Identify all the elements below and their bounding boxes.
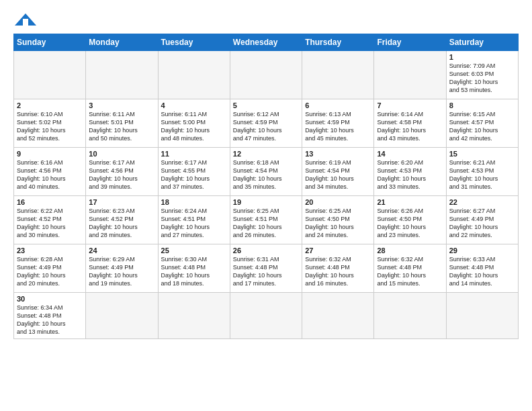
day-cell-23: 23Sunrise: 6:28 AM Sunset: 4:49 PM Dayli… — [14, 244, 86, 293]
day-number: 25 — [161, 246, 227, 255]
empty-cell — [230, 293, 302, 339]
day-number: 6 — [305, 101, 371, 109]
day-info: Sunrise: 7:09 AM Sunset: 6:03 PM Dayligh… — [449, 62, 515, 95]
day-cell-7: 7Sunrise: 6:14 AM Sunset: 4:58 PM Daylig… — [374, 99, 446, 148]
day-cell-28: 28Sunrise: 6:32 AM Sunset: 4:48 PM Dayli… — [374, 244, 446, 293]
day-info: Sunrise: 6:32 AM Sunset: 4:48 PM Dayligh… — [377, 255, 443, 288]
svg-rect-1 — [23, 19, 28, 26]
day-number: 23 — [17, 246, 83, 255]
empty-cell — [374, 293, 446, 339]
day-info: Sunrise: 6:17 AM Sunset: 4:56 PM Dayligh… — [89, 158, 154, 191]
day-cell-18: 18Sunrise: 6:24 AM Sunset: 4:51 PM Dayli… — [158, 196, 230, 244]
day-number: 11 — [161, 150, 227, 158]
day-number: 17 — [89, 198, 154, 206]
day-cell-6: 6Sunrise: 6:13 AM Sunset: 4:59 PM Daylig… — [302, 99, 374, 148]
day-number: 14 — [377, 150, 443, 158]
day-cell-13: 13Sunrise: 6:19 AM Sunset: 4:54 PM Dayli… — [302, 148, 374, 196]
day-number: 20 — [305, 198, 371, 206]
day-cell-9: 9Sunrise: 6:16 AM Sunset: 4:56 PM Daylig… — [14, 148, 86, 196]
day-number: 22 — [449, 198, 515, 206]
day-number: 7 — [377, 101, 443, 109]
day-info: Sunrise: 6:16 AM Sunset: 4:56 PM Dayligh… — [17, 158, 83, 191]
day-info: Sunrise: 6:26 AM Sunset: 4:50 PM Dayligh… — [377, 207, 443, 240]
day-cell-11: 11Sunrise: 6:17 AM Sunset: 4:55 PM Dayli… — [158, 148, 230, 196]
weekday-header-sunday: Sunday — [14, 34, 86, 51]
empty-cell — [302, 293, 374, 339]
day-cell-8: 8Sunrise: 6:15 AM Sunset: 4:57 PM Daylig… — [446, 99, 518, 148]
day-info: Sunrise: 6:11 AM Sunset: 5:01 PM Dayligh… — [89, 110, 154, 143]
empty-cell — [446, 293, 518, 339]
day-info: Sunrise: 6:32 AM Sunset: 4:48 PM Dayligh… — [305, 255, 371, 288]
empty-cell — [14, 51, 86, 99]
day-cell-21: 21Sunrise: 6:26 AM Sunset: 4:50 PM Dayli… — [374, 196, 446, 244]
weekday-header-thursday: Thursday — [302, 34, 374, 51]
day-info: Sunrise: 6:31 AM Sunset: 4:48 PM Dayligh… — [233, 255, 299, 288]
day-number: 3 — [89, 101, 154, 109]
day-info: Sunrise: 6:13 AM Sunset: 4:59 PM Dayligh… — [305, 110, 371, 143]
day-cell-14: 14Sunrise: 6:20 AM Sunset: 4:53 PM Dayli… — [374, 148, 446, 196]
day-info: Sunrise: 6:19 AM Sunset: 4:54 PM Dayligh… — [305, 158, 371, 191]
empty-cell — [230, 51, 302, 99]
day-number: 4 — [161, 101, 227, 109]
day-number: 15 — [449, 150, 515, 158]
day-cell-27: 27Sunrise: 6:32 AM Sunset: 4:48 PM Dayli… — [302, 244, 374, 293]
day-number: 18 — [161, 198, 227, 206]
day-cell-25: 25Sunrise: 6:30 AM Sunset: 4:48 PM Dayli… — [158, 244, 230, 293]
week-row-5: 23Sunrise: 6:28 AM Sunset: 4:49 PM Dayli… — [14, 244, 519, 293]
day-number: 29 — [449, 246, 515, 255]
weekday-header-saturday: Saturday — [446, 34, 518, 51]
day-info: Sunrise: 6:21 AM Sunset: 4:53 PM Dayligh… — [449, 158, 515, 191]
empty-cell — [302, 51, 374, 99]
day-cell-4: 4Sunrise: 6:11 AM Sunset: 5:00 PM Daylig… — [158, 99, 230, 148]
day-info: Sunrise: 6:33 AM Sunset: 4:48 PM Dayligh… — [449, 255, 515, 288]
day-cell-29: 29Sunrise: 6:33 AM Sunset: 4:48 PM Dayli… — [446, 244, 518, 293]
week-row-3: 9Sunrise: 6:16 AM Sunset: 4:56 PM Daylig… — [14, 148, 519, 196]
day-number: 28 — [377, 246, 443, 255]
day-info: Sunrise: 6:11 AM Sunset: 5:00 PM Dayligh… — [161, 110, 227, 143]
day-cell-20: 20Sunrise: 6:25 AM Sunset: 4:50 PM Dayli… — [302, 196, 374, 244]
day-info: Sunrise: 6:29 AM Sunset: 4:49 PM Dayligh… — [89, 255, 154, 288]
day-cell-5: 5Sunrise: 6:12 AM Sunset: 4:59 PM Daylig… — [230, 99, 302, 148]
day-cell-17: 17Sunrise: 6:23 AM Sunset: 4:52 PM Dayli… — [86, 196, 158, 244]
weekday-header-tuesday: Tuesday — [158, 34, 230, 51]
day-info: Sunrise: 6:20 AM Sunset: 4:53 PM Dayligh… — [377, 158, 443, 191]
day-number: 16 — [17, 198, 83, 206]
day-info: Sunrise: 6:28 AM Sunset: 4:49 PM Dayligh… — [17, 255, 83, 288]
day-cell-10: 10Sunrise: 6:17 AM Sunset: 4:56 PM Dayli… — [86, 148, 158, 196]
weekday-header-wednesday: Wednesday — [230, 34, 302, 51]
day-number: 27 — [305, 246, 371, 255]
day-info: Sunrise: 6:22 AM Sunset: 4:52 PM Dayligh… — [17, 207, 83, 240]
day-cell-30: 30Sunrise: 6:34 AM Sunset: 4:48 PM Dayli… — [14, 293, 86, 339]
day-info: Sunrise: 6:14 AM Sunset: 4:58 PM Dayligh… — [377, 110, 443, 143]
day-cell-1: 1Sunrise: 7:09 AM Sunset: 6:03 PM Daylig… — [446, 51, 518, 99]
day-cell-24: 24Sunrise: 6:29 AM Sunset: 4:49 PM Dayli… — [86, 244, 158, 293]
week-row-6: 30Sunrise: 6:34 AM Sunset: 4:48 PM Dayli… — [14, 293, 519, 339]
day-number: 19 — [233, 198, 299, 206]
logo — [13, 11, 38, 27]
day-info: Sunrise: 6:25 AM Sunset: 4:51 PM Dayligh… — [233, 207, 299, 240]
day-cell-15: 15Sunrise: 6:21 AM Sunset: 4:53 PM Dayli… — [446, 148, 518, 196]
day-cell-26: 26Sunrise: 6:31 AM Sunset: 4:48 PM Dayli… — [230, 244, 302, 293]
day-info: Sunrise: 6:15 AM Sunset: 4:57 PM Dayligh… — [449, 110, 515, 143]
header — [13, 11, 519, 27]
week-row-1: 1Sunrise: 7:09 AM Sunset: 6:03 PM Daylig… — [14, 51, 519, 99]
page: SundayMondayTuesdayWednesdayThursdayFrid… — [0, 0, 532, 346]
week-row-4: 16Sunrise: 6:22 AM Sunset: 4:52 PM Dayli… — [14, 196, 519, 244]
day-number: 13 — [305, 150, 371, 158]
day-info: Sunrise: 6:34 AM Sunset: 4:48 PM Dayligh… — [17, 304, 83, 336]
logo-icon — [13, 12, 38, 27]
day-cell-22: 22Sunrise: 6:27 AM Sunset: 4:49 PM Dayli… — [446, 196, 518, 244]
day-cell-19: 19Sunrise: 6:25 AM Sunset: 4:51 PM Dayli… — [230, 196, 302, 244]
day-info: Sunrise: 6:17 AM Sunset: 4:55 PM Dayligh… — [161, 158, 227, 191]
day-number: 30 — [17, 295, 83, 303]
empty-cell — [374, 51, 446, 99]
calendar-table: SundayMondayTuesdayWednesdayThursdayFrid… — [13, 34, 519, 339]
day-number: 24 — [89, 246, 154, 255]
day-number: 2 — [17, 101, 83, 109]
day-info: Sunrise: 6:27 AM Sunset: 4:49 PM Dayligh… — [449, 207, 515, 240]
day-number: 12 — [233, 150, 299, 158]
day-info: Sunrise: 6:10 AM Sunset: 5:02 PM Dayligh… — [17, 110, 83, 143]
day-number: 10 — [89, 150, 154, 158]
day-number: 1 — [449, 53, 515, 61]
weekday-header-row: SundayMondayTuesdayWednesdayThursdayFrid… — [14, 34, 519, 51]
